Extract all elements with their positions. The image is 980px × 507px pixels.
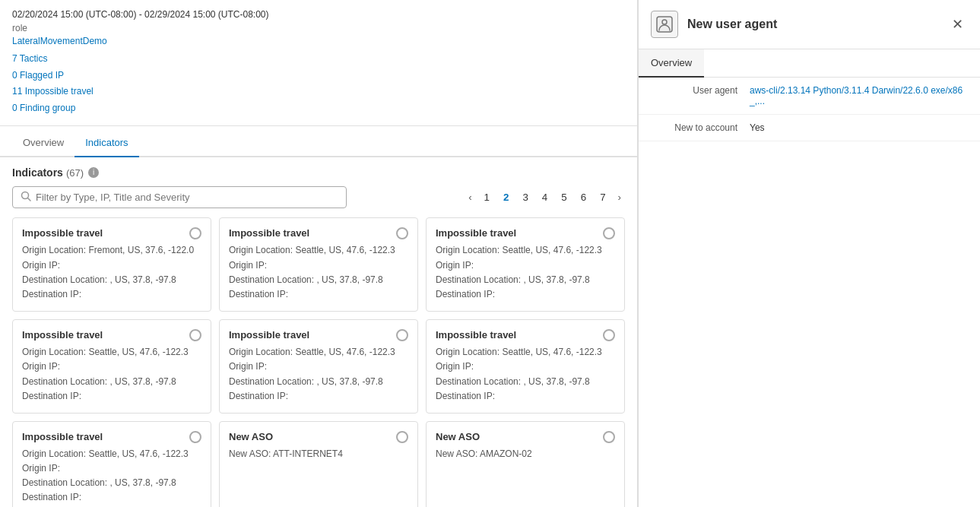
card-radio-7[interactable] [189,431,201,443]
panel-tabs: Overview [639,49,980,78]
main-tabs: Overview Indicators [0,129,637,157]
next-page-button[interactable]: › [614,189,625,205]
card-detail-3: Origin Location: Seattle, US, 47.6, -122… [436,243,615,302]
page-5-button[interactable]: 5 [556,189,572,205]
role-label: role [12,23,625,33]
card-detail-8: New ASO: ATT-INTERNET4 [229,447,408,461]
card-8[interactable]: New ASONew ASO: ATT-INTERNET4 [219,421,418,507]
card-title-7: Impossible travel [22,431,201,442]
card-5[interactable]: Impossible travelOrigin Location: Seattl… [219,319,418,414]
indicators-section: Indicators (67) i ‹ 1 2 [0,157,637,507]
card-9[interactable]: New ASONew ASO: AMAZON-02 [426,421,625,507]
card-title-6: Impossible travel [436,329,615,341]
user-agent-label: User agent [651,85,750,106]
card-detail-7: Origin Location: Seattle, US, 47.6, -122… [22,447,201,505]
filter-row: ‹ 1 2 3 4 5 6 7 › [12,186,625,208]
card-7[interactable]: Impossible travelOrigin Location: Seattl… [12,421,211,507]
card-title-4: Impossible travel [22,329,201,341]
page-2-button[interactable]: 2 [498,189,514,205]
new-to-account-value: Yes [750,122,765,133]
card-2[interactable]: Impossible travelOrigin Location: Seattl… [219,217,418,312]
card-title-8: New ASO [229,431,408,442]
panel-tab-overview[interactable]: Overview [639,49,704,78]
top-info: 02/20/2024 15:00 (UTC-08:00) - 02/29/202… [0,0,637,126]
indicators-header: Indicators (67) i [12,166,625,179]
card-title-3: Impossible travel [436,227,615,239]
indicators-title: Indicators [12,166,63,179]
detail-row-user-agent: User agent aws-cli/2.13.14 Python/3.11.4… [639,78,980,115]
impossible-travel-link[interactable]: 11 Impossible travel [12,84,625,100]
card-detail-1: Origin Location: Fremont, US, 37.6, -122… [22,243,201,302]
card-title-9: New ASO [436,431,615,442]
card-6[interactable]: Impossible travelOrigin Location: Seattl… [426,319,625,414]
page-6-button[interactable]: 6 [576,189,591,205]
page-4-button[interactable]: 4 [537,189,553,205]
card-radio-9[interactable] [603,431,615,443]
right-panel-header: New user agent ✕ [639,0,980,49]
card-radio-6[interactable] [603,329,615,341]
flagged-ip-link[interactable]: 0 Flagged IP [12,68,625,84]
detail-row-new-account: New to account Yes [639,115,980,141]
card-detail-5: Origin Location: Seattle, US, 47.6, -122… [229,345,408,404]
search-input[interactable] [36,192,338,203]
left-panel: 02/20/2024 15:00 (UTC-08:00) - 02/29/202… [0,0,638,507]
card-1[interactable]: Impossible travelOrigin Location: Fremon… [12,217,211,312]
card-radio-4[interactable] [189,329,201,341]
search-icon [21,191,31,204]
close-button[interactable]: ✕ [947,13,968,36]
pagination: ‹ 1 2 3 4 5 6 7 › [465,189,625,205]
info-icon[interactable]: i [88,167,99,178]
card-4[interactable]: Impossible travelOrigin Location: Seattl… [12,319,211,414]
search-box [12,186,347,208]
date-range: 02/20/2024 15:00 (UTC-08:00) - 02/29/202… [12,9,625,20]
tab-indicators[interactable]: Indicators [75,129,138,157]
panel-title: New user agent [687,17,947,31]
new-to-account-label: New to account [651,122,750,133]
indicators-count: (67) [66,167,84,179]
svg-line-1 [28,198,31,201]
right-panel: New user agent ✕ Overview User agent aws… [638,0,980,507]
main-container: 02/20/2024 15:00 (UTC-08:00) - 02/29/202… [0,0,980,507]
card-detail-2: Origin Location: Seattle, US, 47.6, -122… [229,243,408,302]
links-row: 7 Tactics 0 Flagged IP 11 Impossible tra… [12,51,625,116]
card-radio-8[interactable] [396,431,408,443]
cards-grid: Impossible travelOrigin Location: Fremon… [12,217,625,507]
card-detail-6: Origin Location: Seattle, US, 47.6, -122… [436,345,615,404]
role-text: role [12,23,27,33]
tactics-link[interactable]: 7 Tactics [12,51,625,68]
card-radio-5[interactable] [396,329,408,341]
prev-page-button[interactable]: ‹ [465,189,475,205]
card-3[interactable]: Impossible travelOrigin Location: Seattl… [426,217,625,312]
panel-body: User agent aws-cli/2.13.14 Python/3.11.4… [639,78,980,141]
page-1-button[interactable]: 1 [479,189,495,205]
card-detail-4: Origin Location: Seattle, US, 47.6, -122… [22,345,201,404]
tab-overview[interactable]: Overview [12,129,75,157]
card-title-1: Impossible travel [22,227,201,239]
card-title-5: Impossible travel [229,329,408,341]
page-7-button[interactable]: 7 [595,189,611,205]
panel-icon [651,11,678,38]
user-agent-value: aws-cli/2.13.14 Python/3.11.4 Darwin/22.… [750,85,968,106]
finding-group-link[interactable]: 0 Finding group [12,100,625,117]
page-3-button[interactable]: 3 [517,189,533,205]
card-title-2: Impossible travel [229,227,408,239]
role-link[interactable]: LateralMovementDemo [12,36,107,46]
card-detail-9: New ASO: AMAZON-02 [436,447,615,461]
